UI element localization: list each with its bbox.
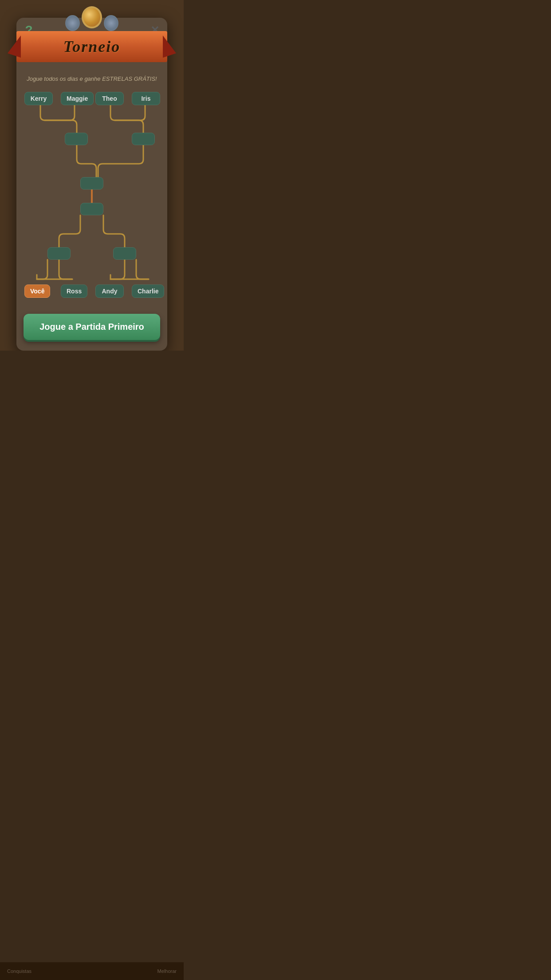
subtitle: Jogue todos os dias e ganhe ESTRELAS GRÁ… [16,71,167,85]
player-maggie: Maggie [61,92,94,105]
player-ross: Ross [61,285,87,298]
player-theo: Theo [95,92,124,105]
node-semi-right-bottom [113,247,136,260]
node-semi-right-top [132,133,155,145]
coin-right [104,15,118,31]
action-button[interactable]: Jogue a Partida Primeiro [24,314,160,340]
bracket-elements: Kerry Maggie Theo Iris Você [24,89,160,302]
player-iris: Iris [132,92,160,105]
bracket-container: Kerry Maggie Theo Iris Você [16,85,167,307]
player-andy: Andy [95,285,124,298]
banner-container: Torneio [16,31,167,71]
game-background: Conquistas Melhorar ? ✕ Torneio Jogue to… [0,0,184,351]
player-charlie: Charlie [132,285,164,298]
coin-left [65,15,80,31]
node-semi-left-bottom [47,247,71,260]
bracket-wrapper: Kerry Maggie Theo Iris Você [24,89,160,302]
modal: ? ✕ Torneio Jogue todos os dias e ganhe … [16,18,167,351]
node-final-top [80,177,103,190]
player-voce: Você [24,285,50,298]
node-final-bottom [80,203,103,215]
player-kerry: Kerry [24,92,53,105]
banner: Torneio [16,31,167,62]
node-semi-left-top [65,133,88,145]
banner-title: Torneio [63,37,121,56]
coin-center [82,6,102,28]
top-decoration [65,0,118,31]
